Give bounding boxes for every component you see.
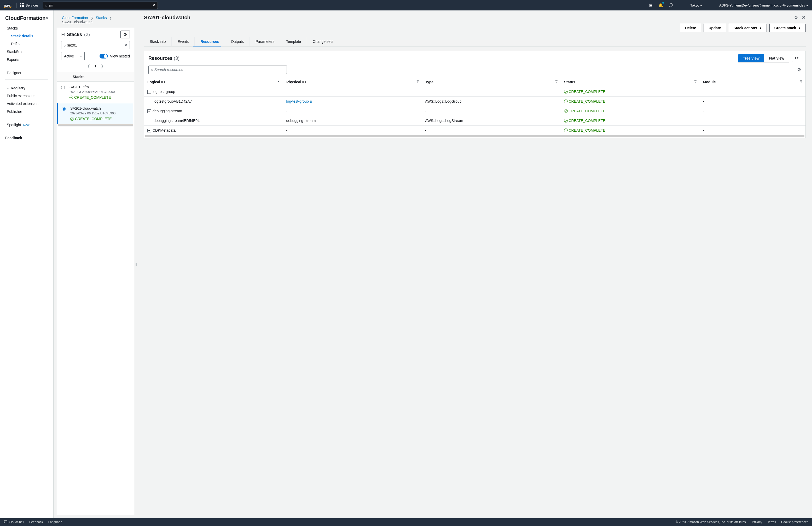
cloudshell-icon[interactable]: ▣ — [648, 3, 653, 8]
delete-button[interactable]: Delete — [680, 24, 701, 32]
logical-id-cell: logtestgroupAB1D42A7 — [144, 97, 283, 106]
region-selector[interactable]: Tokyo▼ — [690, 3, 702, 7]
type-cell: - — [422, 87, 561, 97]
clear-search-icon[interactable]: ✕ — [152, 3, 156, 7]
refresh-button[interactable]: ⟳ — [120, 31, 130, 39]
footer-privacy[interactable]: Privacy — [752, 520, 762, 524]
gear-icon[interactable]: ⚙ — [797, 67, 801, 73]
prev-page-icon[interactable]: ❮ — [87, 64, 90, 68]
tab-parameters[interactable]: Parameters — [249, 37, 274, 46]
services-menu[interactable]: Services — [20, 3, 39, 7]
next-page-icon[interactable]: ❯ — [101, 64, 104, 68]
create-stack-button[interactable]: Create stack▼ — [769, 24, 806, 32]
status-filter-dropdown[interactable]: Active — [61, 52, 85, 60]
stacks-box: − Stacks (2) ⟳ ⌕ ✕ Active — [57, 28, 134, 515]
services-label: Services — [26, 3, 39, 7]
aws-logo[interactable]: aws — [4, 3, 13, 8]
stack-actions-button[interactable]: Stack actions▼ — [729, 24, 767, 32]
global-search[interactable]: ⌕ ✕ — [43, 2, 158, 9]
sidebar-group-registry[interactable]: Registry — [0, 82, 53, 92]
sidebar-item-activated-extensions[interactable]: Activated extensions — [0, 100, 53, 107]
collapse-icon[interactable]: − — [61, 33, 65, 36]
bell-icon[interactable]: 🔔 — [658, 3, 663, 8]
logical-id-cell: debuggingstream4ED54E04 — [144, 116, 283, 126]
table-row: +CDKMetadata - - CREATE_COMPLETE - — [144, 126, 806, 135]
col-type[interactable]: Type▽ — [422, 77, 561, 87]
sidebar-item-public-extensions[interactable]: Public extensions — [0, 92, 53, 100]
success-icon — [564, 100, 568, 103]
col-logical-id[interactable]: Logical ID▲ — [144, 77, 283, 87]
collapse-icon[interactable]: − — [147, 90, 151, 94]
chevron-right-icon: ❯ — [109, 16, 112, 20]
breadcrumb-stacks[interactable]: Stacks — [96, 16, 106, 20]
footer-feedback[interactable]: Feedback — [29, 520, 43, 524]
cloudshell-link[interactable]: >_ CloudShell — [4, 520, 24, 524]
tab-resources[interactable]: Resources — [194, 37, 219, 46]
footer-language[interactable]: Language — [48, 520, 62, 524]
footer-terms[interactable]: Terms — [767, 520, 776, 524]
action-buttons: Delete Update Stack actions▼ Create stac… — [144, 24, 806, 32]
resources-search-input[interactable] — [153, 68, 285, 72]
tab-template[interactable]: Template — [280, 37, 301, 46]
tree-view-button[interactable]: Tree view — [738, 54, 764, 62]
top-nav: aws Services ⌕ ✕ ▣ 🔔 ⓘ Tokyo▼ ADFS-Yumem… — [0, 0, 812, 11]
expand-icon[interactable]: + — [147, 129, 151, 132]
success-icon — [564, 109, 568, 113]
global-search-input[interactable] — [47, 3, 152, 8]
toggle-icon[interactable] — [100, 54, 108, 59]
radio-icon[interactable] — [62, 107, 66, 111]
flat-view-button[interactable]: Flat view — [764, 54, 789, 62]
close-icon[interactable]: ✕ — [802, 15, 806, 20]
scrollbar[interactable] — [145, 135, 804, 137]
stack-status: CREATE_COMPLETE — [70, 117, 115, 121]
col-status[interactable]: Status▽ — [561, 77, 700, 87]
module-cell: - — [700, 97, 806, 106]
refresh-resources-button[interactable]: ⟳ — [792, 54, 801, 62]
tab-stack-info[interactable]: Stack info — [150, 37, 165, 46]
splitter-handle[interactable]: ‖ — [134, 11, 138, 518]
view-nested-toggle[interactable]: View nested — [100, 54, 130, 59]
sidebar-item-stack-details[interactable]: Stack details — [0, 32, 53, 40]
radio-icon[interactable] — [61, 86, 65, 89]
account-menu[interactable]: ADFS-YumemiDev/g_yeo@yumemi.co.jp @ yume… — [719, 3, 808, 7]
sidebar-item-publisher[interactable]: Publisher — [0, 107, 53, 115]
help-icon[interactable]: ⓘ — [668, 3, 673, 8]
sidebar-item-designer[interactable]: Designer — [0, 69, 53, 77]
sidebar-divider — [5, 118, 48, 118]
stack-item[interactable]: SA201-cloudwatch 2023-03-29 06:15:52 UTC… — [57, 103, 134, 124]
physical-id: - — [286, 90, 288, 94]
stacks-search[interactable]: ⌕ ✕ — [61, 41, 130, 49]
sidebar-item-stacks[interactable]: Stacks — [0, 24, 53, 32]
success-icon — [564, 90, 568, 93]
sidebar-item-drifts[interactable]: Drifts — [0, 40, 53, 48]
type-cell: - — [422, 126, 561, 135]
detail-pane: SA201-cloudwatch ⚙ ✕ Delete Update Stack… — [138, 11, 812, 518]
tab-events[interactable]: Events — [171, 37, 189, 46]
stacks-search-input[interactable] — [66, 43, 125, 47]
collapse-icon[interactable]: − — [147, 109, 151, 113]
footer-cookies[interactable]: Cookie preferences — [781, 520, 808, 524]
clear-icon[interactable]: ✕ — [125, 43, 128, 47]
update-button[interactable]: Update — [704, 24, 726, 32]
chevron-right-icon: ❯ — [91, 16, 93, 20]
detail-tabs: Stack info Events Resources Outputs Para… — [144, 37, 806, 46]
sidebar-feedback[interactable]: Feedback — [0, 132, 53, 144]
sidebar-item-stacksets[interactable]: StackSets — [0, 48, 53, 56]
stack-item[interactable]: SA201-infra 2023-03-29 06:16:21 UTC+0900… — [57, 82, 134, 103]
gear-icon[interactable]: ⚙ — [794, 15, 798, 20]
tab-outputs[interactable]: Outputs — [225, 37, 244, 46]
col-physical-id[interactable]: Physical ID▽ — [283, 77, 422, 87]
breadcrumb-cloudformation[interactable]: CloudFormation — [62, 16, 88, 20]
resources-search[interactable]: ⌕ — [148, 65, 287, 74]
col-module[interactable]: Module▽ — [700, 77, 806, 87]
status-cell: CREATE_COMPLETE — [561, 126, 700, 135]
status-cell: CREATE_COMPLETE — [561, 116, 700, 126]
close-icon[interactable]: ✕ — [45, 16, 49, 20]
scrollbar[interactable] — [58, 124, 133, 127]
sidebar-item-spotlight[interactable]: Spotlight New — [0, 121, 53, 129]
type-cell: AWS::Logs::LogGroup — [422, 97, 561, 106]
sidebar-item-exports[interactable]: Exports — [0, 56, 53, 63]
physical-id-link[interactable]: log-test-group⧉ — [286, 99, 312, 103]
tab-change-sets[interactable]: Change sets — [307, 37, 333, 46]
external-link-icon: ⧉ — [310, 100, 312, 103]
